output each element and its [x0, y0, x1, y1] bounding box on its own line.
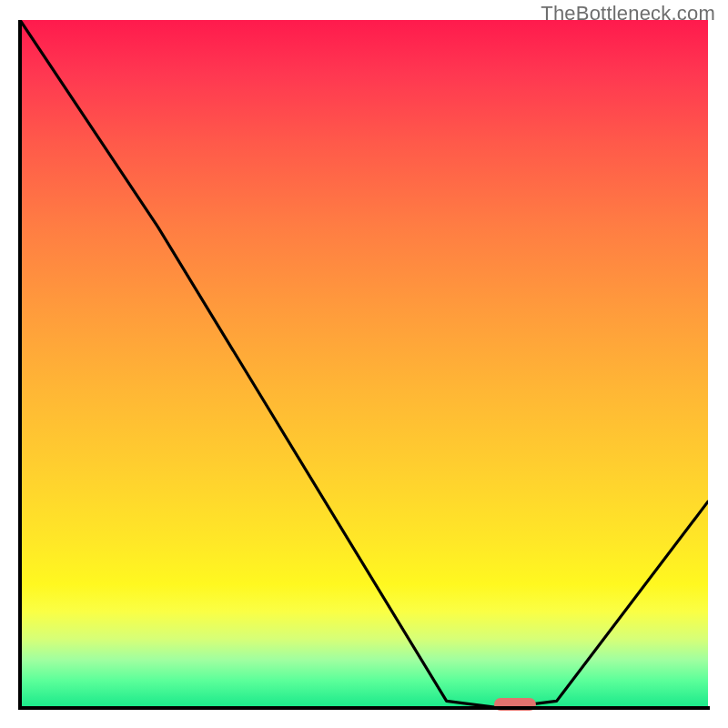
bottleneck-chart: TheBottleneck.com — [0, 0, 728, 728]
curve-layer — [20, 20, 708, 708]
plot-area — [20, 20, 708, 708]
x-axis — [18, 706, 710, 710]
watermark-text: TheBottleneck.com — [541, 2, 715, 25]
y-axis — [18, 20, 22, 710]
bottleneck-curve-line — [20, 20, 708, 708]
